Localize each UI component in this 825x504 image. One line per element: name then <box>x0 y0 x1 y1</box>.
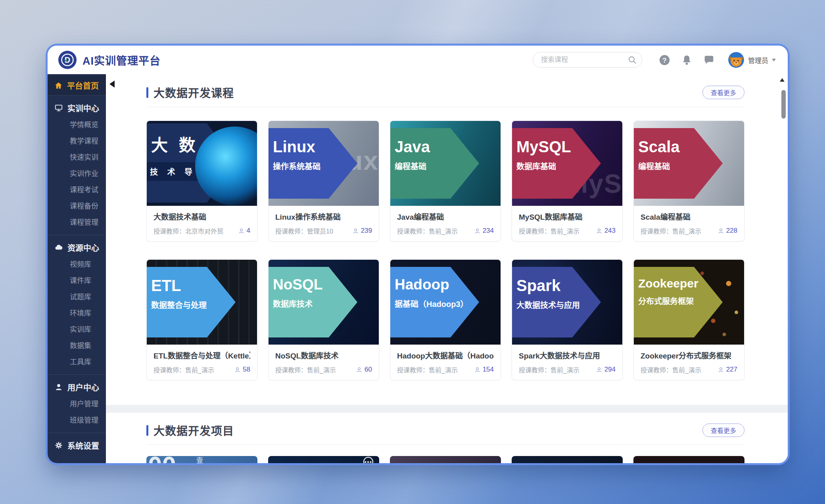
sidebar-item[interactable]: 试题库 <box>48 289 106 305</box>
sidebar-item[interactable]: 环境库 <box>48 305 106 322</box>
app-window: D AI实训管理平台 ? <box>48 46 788 463</box>
course-teacher: 授课教师：售前_演示 <box>519 226 579 236</box>
sidebar-item[interactable]: 实训库 <box>48 322 106 338</box>
sidebar-item[interactable]: 课程管理 <box>48 215 106 231</box>
cover-subtitle: 编程基础 <box>638 160 723 172</box>
sidebar-item[interactable]: 学情概览 <box>48 117 106 133</box>
course-card[interactable]: Hadoop据基础（Hadoop3）Hadoop大数据基础（Hadoop3）授课… <box>390 259 501 380</box>
chat-icon[interactable] <box>703 54 715 66</box>
project-grid: 00壹佰大数据开发案例●●●大数据开发案例大数据开发案例大数据开发案例大数据开发… <box>146 456 744 463</box>
sidebar-item[interactable]: 教学课程 <box>48 133 106 149</box>
course-title: Spark大数据技术与应用 <box>519 350 616 360</box>
sidebar: 平台首页 实训中心学情概览教学课程快速实训实训作业课程考试课程备份课程管理资源中… <box>48 74 106 463</box>
course-title: Scala编程基础 <box>641 211 737 222</box>
course-card[interactable]: Zookeeper分布式服务框架Zookeeper分布式服务框架授课教师：售前_… <box>633 259 744 380</box>
sidebar-item-home[interactable]: 平台首页 <box>48 76 106 96</box>
app-logo-icon: D <box>58 50 77 69</box>
course-cover-image: Scala编程基础 <box>634 121 744 206</box>
project-card[interactable]: 大数据开发案例 <box>390 456 501 463</box>
app-title: AI实训管理平台 <box>82 52 161 68</box>
sidebar-group[interactable]: 资源中心 <box>48 238 106 257</box>
course-card[interactable]: LinuxLinux操作系统基础Linux操作系统基础授课教师：管理员10239 <box>268 121 379 241</box>
cover-subtitle: 大数据技术与应用 <box>516 299 601 310</box>
course-card[interactable]: Spark大数据技术与应用Spark大数据技术与应用授课教师：售前_演示294 <box>512 259 623 380</box>
sidebar-item[interactable]: 班级管理 <box>48 412 106 429</box>
chevron-down-icon <box>772 59 776 63</box>
course-card[interactable]: Scala编程基础Scala编程基础授课教师：售前_演示228 <box>633 121 744 241</box>
project-card[interactable]: ●●●大数据开发案例 <box>268 456 379 463</box>
course-card[interactable]: MySMySQL数据库基础MySQL数据库基础授课教师：售前_演示243 <box>512 121 623 241</box>
sidebar-item[interactable]: 视频库 <box>48 257 106 273</box>
student-count: 228 <box>718 227 737 235</box>
cover-arrow-shape: 大 数 据技 术 导 论 <box>147 123 236 203</box>
project-card[interactable]: 00壹佰大数据开发案例 <box>146 456 257 463</box>
course-title: Hadoop大数据基础（Hadoop3） <box>397 350 494 360</box>
student-count-value: 228 <box>726 227 737 235</box>
cover-arrow-shape: Zookeeper分布式服务框架 <box>634 267 723 337</box>
search-icon[interactable] <box>627 55 637 65</box>
sidebar-item[interactable]: 用户管理 <box>48 396 106 412</box>
help-icon[interactable]: ? <box>659 54 670 66</box>
course-card[interactable]: 大 数 据技 术 导 论大数据技术基础授课教师：北京市对外贸易学校教...4 <box>146 121 257 241</box>
course-cover-image: LinuxLinux操作系统基础 <box>269 121 379 206</box>
student-count-value: 154 <box>483 366 494 374</box>
course-cover-image: NoSQL数据库技术 <box>269 260 379 345</box>
cover-subtitle: 操作系统基础 <box>273 160 357 172</box>
sidebar-item[interactable]: 课程备份 <box>48 198 106 215</box>
project-card[interactable]: 大数据开发案例 <box>512 456 623 463</box>
sidebar-item[interactable]: 实训作业 <box>48 166 106 182</box>
person-icon <box>238 228 245 234</box>
course-title: 大数据技术基础 <box>153 211 250 222</box>
sidebar-group[interactable]: 系统设置 <box>48 436 106 454</box>
cover-subtitle: 技 术 导 论 <box>147 162 236 181</box>
cover-title: Zookeeper <box>638 277 723 290</box>
scrollbar-thumb[interactable] <box>781 90 786 119</box>
sidebar-group-label: 用户中心 <box>67 381 99 393</box>
course-card[interactable]: Java编程基础Java编程基础授课教师：售前_演示234 <box>390 121 501 241</box>
course-teacher: 授课教师：管理员10 <box>275 226 333 236</box>
cover-arrow-shape: Spark大数据技术与应用 <box>512 267 601 337</box>
person-icon <box>474 228 481 234</box>
scrollbar-up-arrow-icon[interactable] <box>780 76 785 82</box>
sidebar-item[interactable]: 课程考试 <box>48 182 106 198</box>
student-count: 60 <box>356 366 372 374</box>
project-card[interactable]: 大数据开发案例 <box>633 456 744 463</box>
sidebar-group-label: 系统设置 <box>67 440 99 451</box>
course-cover-image: ETL数据整合与处理 <box>147 260 257 345</box>
user-menu[interactable]: 管理员 <box>748 55 776 65</box>
sidebar-group[interactable]: 用户中心 <box>48 378 106 396</box>
course-card[interactable]: ETL数据整合与处理ETL数据整合与处理（Kettle）授课教师：售前_演示58 <box>146 259 257 380</box>
course-teacher: 授课教师：北京市对外贸易学校教... <box>153 226 224 236</box>
bell-icon[interactable] <box>681 54 693 66</box>
project-cover-image: 大数据开发案例 <box>633 456 744 463</box>
avatar[interactable] <box>728 52 744 68</box>
project-cover-image: 大数据开发案例 <box>512 456 623 463</box>
course-card[interactable]: NoSQL数据库技术NoSQL数据库技术授课教师：售前_演示60 <box>268 259 379 380</box>
cover-title: Hadoop <box>395 277 479 293</box>
cover-number-text: 00 <box>148 456 176 463</box>
search-input[interactable] <box>533 52 642 68</box>
course-title: Linux操作系统基础 <box>275 211 372 222</box>
courses-more-button[interactable]: 查看更多 <box>702 86 744 99</box>
sidebar-collapse-icon[interactable] <box>106 80 115 88</box>
cover-subtitle: 分布式服务框架 <box>638 295 723 307</box>
course-teacher: 授课教师：售前_演示 <box>397 226 458 236</box>
sidebar-item[interactable]: 课件库 <box>48 273 106 289</box>
course-teacher: 授课教师：售前_演示 <box>641 365 701 374</box>
cover-vertical-text: 壹佰 <box>194 457 204 463</box>
student-count: 234 <box>474 227 494 235</box>
cover-subtitle: 数据库基础 <box>516 160 601 172</box>
course-cover-image: Spark大数据技术与应用 <box>512 260 622 345</box>
sidebar-group[interactable]: 实训中心 <box>48 99 106 117</box>
section-accent-bar <box>146 425 148 436</box>
course-cover-image: Hadoop据基础（Hadoop3） <box>390 260 501 345</box>
sidebar-group-label: 实训中心 <box>67 102 99 114</box>
student-count: 4 <box>238 227 250 235</box>
sidebar-item[interactable]: 快速实训 <box>48 149 106 166</box>
home-icon <box>54 81 63 90</box>
course-title: NoSQL数据库技术 <box>275 350 372 360</box>
person-icon <box>596 228 602 234</box>
projects-more-button[interactable]: 查看更多 <box>702 424 744 437</box>
sidebar-item[interactable]: 工具库 <box>48 354 106 370</box>
sidebar-item[interactable]: 数据集 <box>48 338 106 354</box>
